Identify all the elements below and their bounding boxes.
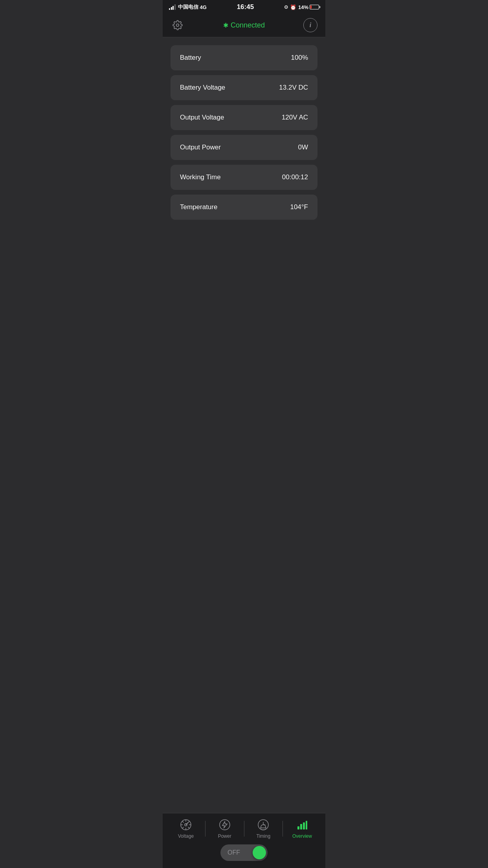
nav-bar: ✱ Connected i [163, 13, 325, 37]
info-button[interactable]: i [303, 18, 317, 32]
gear-icon [172, 20, 183, 30]
status-bar: 中国电信 4G 16:45 ⊙ ⏰ 14% [163, 0, 325, 13]
signal-bars [169, 4, 176, 10]
alarm-icon: ⏰ [290, 4, 296, 10]
working-time-value: 00:00:12 [282, 173, 308, 181]
settings-button[interactable] [171, 18, 185, 32]
battery-value: 100% [291, 54, 308, 62]
working-time-row: Working Time 00:00:12 [171, 165, 317, 190]
battery-voltage-label: Battery Voltage [180, 84, 225, 92]
battery-voltage-row: Battery Voltage 13.2V DC [171, 75, 317, 100]
status-right: ⊙ ⏰ 14% [284, 4, 319, 10]
network-type: 4G [200, 4, 207, 10]
output-power-row: Output Power 0W [171, 135, 317, 160]
output-power-label: Output Power [180, 143, 221, 151]
svg-point-0 [176, 24, 179, 27]
working-time-label: Working Time [180, 173, 221, 181]
carrier-text: 中国电信 [178, 4, 198, 11]
connection-status: ✱ Connected [223, 21, 265, 29]
output-voltage-label: Output Voltage [180, 114, 224, 121]
temperature-label: Temperature [180, 203, 217, 211]
status-left: 中国电信 4G [169, 4, 207, 11]
main-content: Battery 100% Battery Voltage 13.2V DC Ou… [163, 37, 325, 220]
battery-container: 14% [298, 4, 319, 10]
battery-label: Battery [180, 54, 201, 62]
output-power-value: 0W [298, 143, 308, 151]
connection-label: Connected [231, 21, 265, 29]
battery-icon [310, 5, 319, 9]
battery-fill [310, 6, 312, 9]
output-voltage-value: 120V AC [282, 114, 308, 121]
bluetooth-icon: ✱ [223, 22, 228, 29]
status-time: 16:45 [237, 3, 254, 11]
temperature-value: 104°F [290, 203, 308, 211]
battery-percent: 14% [298, 4, 308, 10]
battery-voltage-value: 13.2V DC [279, 84, 308, 92]
battery-row: Battery 100% [171, 45, 317, 70]
temperature-row: Temperature 104°F [171, 195, 317, 220]
location-icon: ⊙ [284, 4, 288, 10]
output-voltage-row: Output Voltage 120V AC [171, 105, 317, 130]
